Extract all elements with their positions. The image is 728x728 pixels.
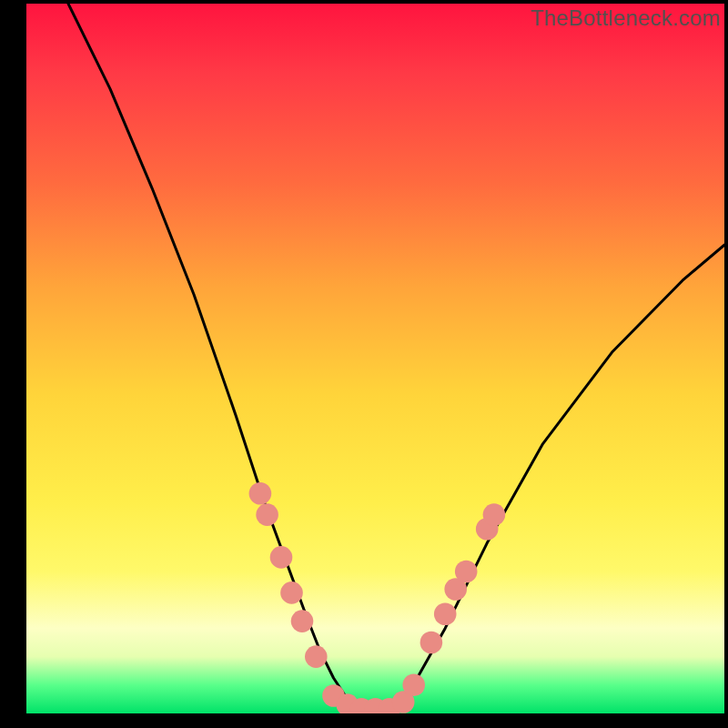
svg-point-13 <box>420 632 443 654</box>
svg-point-18 <box>483 503 506 526</box>
svg-point-0 <box>249 482 272 505</box>
svg-point-12 <box>402 674 425 697</box>
svg-point-1 <box>256 503 278 526</box>
svg-point-16 <box>455 561 478 583</box>
plot-area <box>26 4 724 713</box>
svg-point-3 <box>280 581 303 604</box>
svg-point-5 <box>305 645 328 668</box>
svg-point-4 <box>291 610 314 632</box>
svg-point-2 <box>270 546 293 569</box>
chart-frame: TheBottleneck.com <box>0 0 728 728</box>
highlight-dots <box>249 482 506 713</box>
curve-svg <box>26 4 724 713</box>
watermark-text: TheBottleneck.com <box>531 5 721 31</box>
svg-point-14 <box>434 603 457 626</box>
bottleneck-curve <box>68 4 724 713</box>
